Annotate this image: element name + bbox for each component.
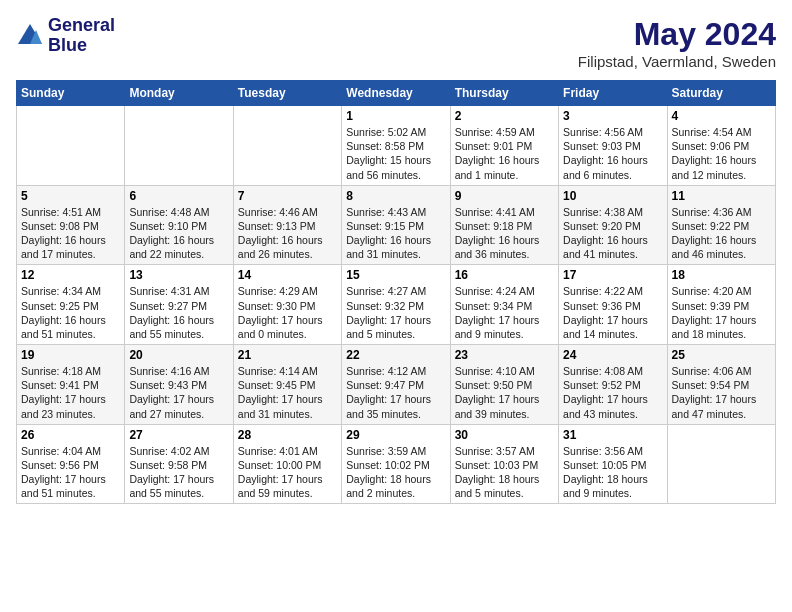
calendar-cell: 10Sunrise: 4:38 AM Sunset: 9:20 PM Dayli…: [559, 185, 667, 265]
calendar-cell: 29Sunrise: 3:59 AM Sunset: 10:02 PM Dayl…: [342, 424, 450, 504]
calendar-cell: 18Sunrise: 4:20 AM Sunset: 9:39 PM Dayli…: [667, 265, 775, 345]
day-info: Sunrise: 4:59 AM Sunset: 9:01 PM Dayligh…: [455, 125, 554, 182]
day-header-monday: Monday: [125, 81, 233, 106]
calendar-cell: [17, 106, 125, 186]
day-info: Sunrise: 4:36 AM Sunset: 9:22 PM Dayligh…: [672, 205, 771, 262]
day-number: 3: [563, 109, 662, 123]
day-number: 31: [563, 428, 662, 442]
header: General Blue May 2024 Filipstad, Vaermla…: [16, 16, 776, 70]
day-number: 6: [129, 189, 228, 203]
calendar-cell: 2Sunrise: 4:59 AM Sunset: 9:01 PM Daylig…: [450, 106, 558, 186]
calendar-cell: 15Sunrise: 4:27 AM Sunset: 9:32 PM Dayli…: [342, 265, 450, 345]
page-subtitle: Filipstad, Vaermland, Sweden: [578, 53, 776, 70]
calendar-cell: 11Sunrise: 4:36 AM Sunset: 9:22 PM Dayli…: [667, 185, 775, 265]
day-number: 16: [455, 268, 554, 282]
day-header-tuesday: Tuesday: [233, 81, 341, 106]
day-info: Sunrise: 4:38 AM Sunset: 9:20 PM Dayligh…: [563, 205, 662, 262]
day-info: Sunrise: 4:56 AM Sunset: 9:03 PM Dayligh…: [563, 125, 662, 182]
day-info: Sunrise: 4:41 AM Sunset: 9:18 PM Dayligh…: [455, 205, 554, 262]
day-info: Sunrise: 4:14 AM Sunset: 9:45 PM Dayligh…: [238, 364, 337, 421]
calendar-cell: [233, 106, 341, 186]
day-info: Sunrise: 4:43 AM Sunset: 9:15 PM Dayligh…: [346, 205, 445, 262]
calendar-cell: [667, 424, 775, 504]
calendar-cell: 5Sunrise: 4:51 AM Sunset: 9:08 PM Daylig…: [17, 185, 125, 265]
day-info: Sunrise: 4:20 AM Sunset: 9:39 PM Dayligh…: [672, 284, 771, 341]
calendar-week-row: 19Sunrise: 4:18 AM Sunset: 9:41 PM Dayli…: [17, 345, 776, 425]
day-number: 18: [672, 268, 771, 282]
day-info: Sunrise: 4:16 AM Sunset: 9:43 PM Dayligh…: [129, 364, 228, 421]
day-info: Sunrise: 5:02 AM Sunset: 8:58 PM Dayligh…: [346, 125, 445, 182]
day-number: 25: [672, 348, 771, 362]
day-number: 30: [455, 428, 554, 442]
calendar-cell: 31Sunrise: 3:56 AM Sunset: 10:05 PM Dayl…: [559, 424, 667, 504]
day-number: 7: [238, 189, 337, 203]
calendar-cell: 8Sunrise: 4:43 AM Sunset: 9:15 PM Daylig…: [342, 185, 450, 265]
calendar-cell: 1Sunrise: 5:02 AM Sunset: 8:58 PM Daylig…: [342, 106, 450, 186]
calendar-cell: 3Sunrise: 4:56 AM Sunset: 9:03 PM Daylig…: [559, 106, 667, 186]
day-info: Sunrise: 4:12 AM Sunset: 9:47 PM Dayligh…: [346, 364, 445, 421]
day-number: 21: [238, 348, 337, 362]
calendar-cell: 14Sunrise: 4:29 AM Sunset: 9:30 PM Dayli…: [233, 265, 341, 345]
day-number: 15: [346, 268, 445, 282]
calendar-cell: 12Sunrise: 4:34 AM Sunset: 9:25 PM Dayli…: [17, 265, 125, 345]
calendar-cell: 25Sunrise: 4:06 AM Sunset: 9:54 PM Dayli…: [667, 345, 775, 425]
day-number: 26: [21, 428, 120, 442]
day-info: Sunrise: 4:06 AM Sunset: 9:54 PM Dayligh…: [672, 364, 771, 421]
day-info: Sunrise: 4:04 AM Sunset: 9:56 PM Dayligh…: [21, 444, 120, 501]
calendar-week-row: 1Sunrise: 5:02 AM Sunset: 8:58 PM Daylig…: [17, 106, 776, 186]
day-number: 2: [455, 109, 554, 123]
day-number: 9: [455, 189, 554, 203]
calendar-cell: 22Sunrise: 4:12 AM Sunset: 9:47 PM Dayli…: [342, 345, 450, 425]
calendar-cell: 20Sunrise: 4:16 AM Sunset: 9:43 PM Dayli…: [125, 345, 233, 425]
logo: General Blue: [16, 16, 115, 56]
day-number: 19: [21, 348, 120, 362]
logo-icon: [16, 22, 44, 50]
day-number: 14: [238, 268, 337, 282]
calendar-cell: 23Sunrise: 4:10 AM Sunset: 9:50 PM Dayli…: [450, 345, 558, 425]
day-info: Sunrise: 4:02 AM Sunset: 9:58 PM Dayligh…: [129, 444, 228, 501]
day-number: 11: [672, 189, 771, 203]
calendar-week-row: 5Sunrise: 4:51 AM Sunset: 9:08 PM Daylig…: [17, 185, 776, 265]
day-number: 23: [455, 348, 554, 362]
day-number: 12: [21, 268, 120, 282]
day-number: 1: [346, 109, 445, 123]
calendar-table: SundayMondayTuesdayWednesdayThursdayFrid…: [16, 80, 776, 504]
calendar-cell: 28Sunrise: 4:01 AM Sunset: 10:00 PM Dayl…: [233, 424, 341, 504]
calendar-week-row: 26Sunrise: 4:04 AM Sunset: 9:56 PM Dayli…: [17, 424, 776, 504]
day-header-sunday: Sunday: [17, 81, 125, 106]
day-info: Sunrise: 4:46 AM Sunset: 9:13 PM Dayligh…: [238, 205, 337, 262]
day-number: 24: [563, 348, 662, 362]
day-info: Sunrise: 4:34 AM Sunset: 9:25 PM Dayligh…: [21, 284, 120, 341]
day-info: Sunrise: 4:18 AM Sunset: 9:41 PM Dayligh…: [21, 364, 120, 421]
calendar-cell: 24Sunrise: 4:08 AM Sunset: 9:52 PM Dayli…: [559, 345, 667, 425]
day-info: Sunrise: 4:29 AM Sunset: 9:30 PM Dayligh…: [238, 284, 337, 341]
logo-text: General Blue: [48, 16, 115, 56]
day-info: Sunrise: 4:10 AM Sunset: 9:50 PM Dayligh…: [455, 364, 554, 421]
day-number: 17: [563, 268, 662, 282]
day-info: Sunrise: 4:01 AM Sunset: 10:00 PM Daylig…: [238, 444, 337, 501]
calendar-week-row: 12Sunrise: 4:34 AM Sunset: 9:25 PM Dayli…: [17, 265, 776, 345]
calendar-cell: 9Sunrise: 4:41 AM Sunset: 9:18 PM Daylig…: [450, 185, 558, 265]
day-info: Sunrise: 4:08 AM Sunset: 9:52 PM Dayligh…: [563, 364, 662, 421]
day-info: Sunrise: 4:31 AM Sunset: 9:27 PM Dayligh…: [129, 284, 228, 341]
day-number: 5: [21, 189, 120, 203]
day-info: Sunrise: 3:59 AM Sunset: 10:02 PM Daylig…: [346, 444, 445, 501]
day-header-thursday: Thursday: [450, 81, 558, 106]
calendar-cell: 17Sunrise: 4:22 AM Sunset: 9:36 PM Dayli…: [559, 265, 667, 345]
day-number: 29: [346, 428, 445, 442]
calendar-cell: 7Sunrise: 4:46 AM Sunset: 9:13 PM Daylig…: [233, 185, 341, 265]
day-number: 20: [129, 348, 228, 362]
day-info: Sunrise: 4:24 AM Sunset: 9:34 PM Dayligh…: [455, 284, 554, 341]
calendar-cell: 21Sunrise: 4:14 AM Sunset: 9:45 PM Dayli…: [233, 345, 341, 425]
day-info: Sunrise: 3:57 AM Sunset: 10:03 PM Daylig…: [455, 444, 554, 501]
day-number: 13: [129, 268, 228, 282]
calendar-cell: [125, 106, 233, 186]
title-area: May 2024 Filipstad, Vaermland, Sweden: [578, 16, 776, 70]
day-info: Sunrise: 3:56 AM Sunset: 10:05 PM Daylig…: [563, 444, 662, 501]
day-number: 8: [346, 189, 445, 203]
day-header-friday: Friday: [559, 81, 667, 106]
day-info: Sunrise: 4:54 AM Sunset: 9:06 PM Dayligh…: [672, 125, 771, 182]
day-info: Sunrise: 4:48 AM Sunset: 9:10 PM Dayligh…: [129, 205, 228, 262]
day-header-wednesday: Wednesday: [342, 81, 450, 106]
day-number: 4: [672, 109, 771, 123]
